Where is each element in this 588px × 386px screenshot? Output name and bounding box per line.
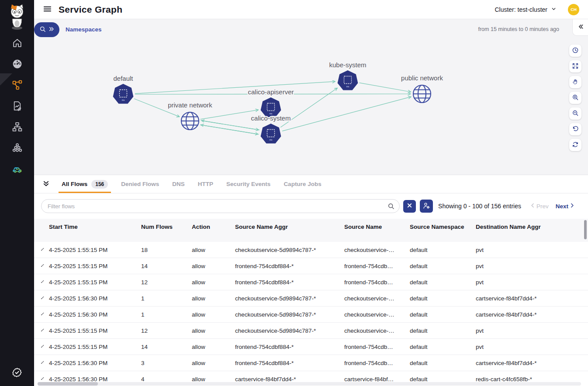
cell-source-namespace: default	[410, 247, 476, 253]
flows-collapse-button[interactable]	[41, 179, 51, 189]
tab-capture-jobs[interactable]: Capture Jobs	[277, 175, 328, 193]
vertical-scrollbar-thumb[interactable]	[584, 220, 587, 239]
calico-cat-logo[interactable]	[0, 0, 34, 33]
hamburger-menu-button[interactable]	[42, 4, 52, 15]
cell-start-time: 4-25-2025 1:55:15 PM	[49, 247, 141, 253]
cell-source-namespace: default	[410, 263, 476, 269]
column-header[interactable]: Num Flows	[141, 224, 192, 231]
svg-text:ns: ns	[270, 138, 272, 141]
next-page-button[interactable]: Next	[556, 203, 575, 210]
sidebar-item-home[interactable]	[0, 33, 34, 54]
app-root: Service Graph Cluster: test-cluster CH n…	[0, 0, 588, 386]
row-expand-button[interactable]	[41, 280, 49, 284]
row-expand-button[interactable]	[41, 377, 49, 381]
table-row[interactable]: 4-25-2025 1:56:30 PM3allowfrontend-754cd…	[34, 355, 588, 371]
column-header[interactable]: Source Name Aggr	[235, 224, 344, 231]
graph-node-default[interactable]: nsdefault	[113, 75, 134, 104]
chevron-down-icon	[41, 361, 44, 364]
filter-flows-input[interactable]	[41, 199, 400, 213]
column-header[interactable]: Start Time	[49, 224, 141, 231]
tab-denied-flows[interactable]: Denied Flows	[114, 175, 166, 193]
cluster-selector-label: Cluster: test-cluster	[495, 6, 547, 13]
table-row[interactable]: 4-25-2025 1:55:15 PM14allowfrontend-754c…	[34, 258, 588, 274]
graph-node-kube-system[interactable]: nskube-system	[329, 61, 366, 90]
horizontal-scrollbar-thumb[interactable]	[38, 382, 98, 386]
row-expand-button[interactable]	[41, 361, 49, 365]
reset-view-button[interactable]	[569, 123, 581, 135]
avatar[interactable]: CH	[568, 4, 579, 15]
svg-text:ns: ns	[122, 99, 125, 101]
graph-node-public-network[interactable]: public network	[401, 74, 443, 103]
table-row[interactable]: 4-25-2025 1:55:15 PM12allowfrontend-754c…	[34, 274, 588, 290]
showing-entries-label: Showing 0 - 100 of 156 entries	[438, 203, 521, 210]
row-expand-button[interactable]	[41, 313, 49, 316]
sidebar-item-reports[interactable]	[0, 96, 34, 117]
table-row[interactable]: 4-25-2025 1:55:15 PM12allowcheckoutservi…	[34, 323, 588, 339]
cell-source-name: frontend-754cdb…	[344, 279, 410, 286]
view-bar: Namespaces from 15 minutes to 0 minutes …	[34, 19, 588, 39]
row-expand-button[interactable]	[41, 264, 49, 268]
table-row[interactable]: 4-25-2025 1:55:15 PM14allowfrontend-754c…	[34, 339, 588, 355]
table-row[interactable]: 4-25-2025 1:56:30 PM1allowcheckoutservic…	[34, 290, 588, 307]
time-machine-button[interactable]	[569, 45, 581, 57]
app-header: Service Graph Cluster: test-cluster CH	[34, 0, 588, 19]
breadcrumb[interactable]: Namespaces	[66, 26, 102, 33]
row-expand-button[interactable]	[41, 248, 49, 252]
cell-dest-name-aggr: pvt	[476, 279, 588, 286]
cell-dest-name-aggr: pvt	[476, 247, 588, 253]
cell-source-name: checkoutservice-…	[344, 311, 410, 318]
tab-dns[interactable]: DNS	[166, 175, 191, 193]
column-settings-button[interactable]	[420, 200, 433, 213]
sidebar-item-network-sets[interactable]	[0, 117, 34, 138]
row-expand-button[interactable]	[41, 345, 49, 348]
row-expand-button[interactable]	[41, 296, 49, 300]
graph-node-private-network[interactable]: private network	[168, 101, 212, 130]
cell-source-name-aggr: checkoutservice-5d9894c787-*	[235, 295, 344, 302]
column-header[interactable]: Source Name	[344, 224, 410, 231]
graph-node-label: calico-apiserver	[248, 88, 294, 96]
cell-source-namespace: default	[410, 360, 476, 366]
row-expand-button[interactable]	[41, 329, 49, 332]
prev-page-button[interactable]: Prev	[530, 203, 549, 210]
flows-tabs: All Flows156Denied FlowsDNSHTTPSecurity …	[55, 175, 328, 193]
undo-icon	[572, 125, 579, 134]
service-graph-canvas[interactable]: nsdefaultprivate networknscalico-apiserv…	[34, 19, 588, 175]
tab-all-flows[interactable]: All Flows156	[55, 175, 114, 193]
main-content: nsdefaultprivate networknscalico-apiserv…	[34, 19, 588, 386]
table-row[interactable]: 4-25-2025 1:56:30 PM1allowcheckoutservic…	[34, 307, 588, 323]
cell-source-name: cartservice-f84bf…	[344, 376, 410, 383]
clear-filter-button[interactable]	[403, 200, 416, 213]
graph-node-calico-apiserver[interactable]: nscalico-apiserver	[248, 88, 294, 117]
cluster-selector[interactable]: Cluster: test-cluster	[495, 6, 557, 13]
close-icon	[406, 202, 413, 210]
cell-start-time: 4-25-2025 1:56:30 PM	[49, 376, 141, 383]
cell-source-namespace: default	[410, 311, 476, 318]
graph-node-calico-system[interactable]: nscalico-system	[251, 114, 291, 144]
table-row[interactable]: 4-25-2025 1:55:15 PM18allowcheckoutservi…	[34, 242, 588, 258]
cell-dest-name-aggr: cartservice-f84bf7dd4-*	[476, 311, 588, 318]
fit-screen-button[interactable]	[569, 60, 581, 72]
zoom-in-button[interactable]	[569, 92, 581, 104]
user-gear-icon	[422, 202, 430, 211]
zoom-out-button[interactable]	[569, 107, 581, 120]
cell-source-name-aggr: frontend-754cdbf884-*	[235, 360, 344, 366]
chevron-down-icon	[551, 6, 557, 13]
column-header[interactable]: Destination Name Aggr	[476, 224, 588, 231]
gauge-icon	[12, 59, 23, 71]
sidebar-item-workloads[interactable]	[0, 138, 34, 159]
refresh-button[interactable]	[569, 139, 581, 151]
sidebar-item-compliance[interactable]	[0, 367, 34, 378]
column-header[interactable]: Source Namespace	[410, 224, 476, 231]
sidebar-item-dashboard[interactable]	[0, 54, 34, 75]
column-header[interactable]: Action	[192, 224, 235, 231]
pan-button[interactable]	[569, 76, 581, 88]
graph-search-pill[interactable]	[34, 22, 59, 37]
clock-icon	[572, 47, 579, 55]
cell-num-flows: 12	[141, 327, 192, 334]
cell-dest-name-aggr: redis-cart-c4fc658fb-*	[476, 376, 588, 383]
tab-security-events[interactable]: Security Events	[220, 175, 277, 193]
tab-http[interactable]: HTTP	[191, 175, 220, 193]
sidebar-item-image-assurance[interactable]	[0, 159, 34, 180]
cell-source-name-aggr: frontend-754cdbf884-*	[235, 263, 344, 269]
page-title: Service Graph	[59, 4, 122, 15]
